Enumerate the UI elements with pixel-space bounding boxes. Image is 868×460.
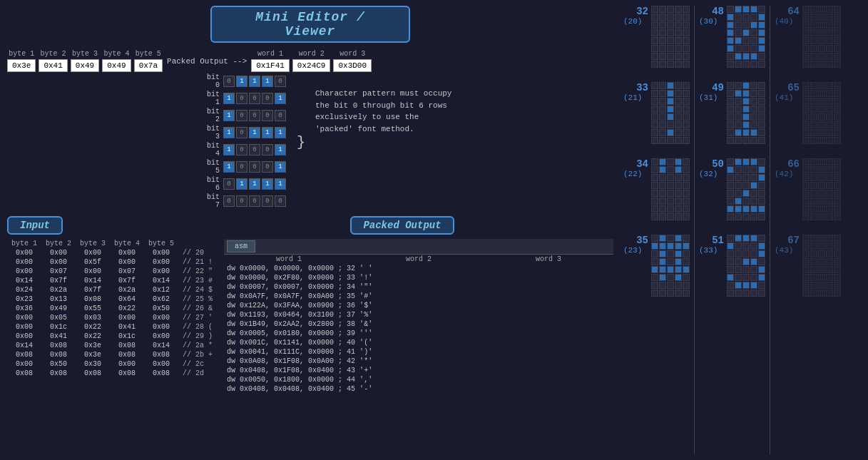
char-pixel xyxy=(834,82,841,89)
char-pixel xyxy=(683,121,690,128)
char-pixel xyxy=(742,282,750,289)
char-pixel xyxy=(727,258,734,265)
char-pixel xyxy=(750,98,757,105)
input-cell-1-0: 0x00 xyxy=(7,257,41,267)
char-pixel xyxy=(651,45,658,52)
char-pixel xyxy=(735,174,742,181)
table-row: 0x240x2a0x7f0x2a0x12// 24 $ xyxy=(7,285,217,295)
char-pixel xyxy=(742,242,750,250)
char-sub: (31) xyxy=(699,93,724,102)
char-pixel xyxy=(727,29,734,36)
bit-row-7: bit 700000 xyxy=(200,193,287,209)
char-pixel xyxy=(683,174,690,181)
char-pixel xyxy=(758,166,765,173)
char-grid-67 xyxy=(802,235,841,297)
bit-label-6: bit 6 xyxy=(200,176,223,192)
input-cell-5-3: 0x64 xyxy=(110,295,144,304)
char-pixel xyxy=(667,235,674,242)
char-pixel xyxy=(810,29,817,36)
bit-cell-6-0: 0 xyxy=(223,178,235,190)
char-pixel xyxy=(758,282,765,289)
word-label-2: word 2 xyxy=(292,50,331,58)
char-pixel xyxy=(834,129,841,136)
char-pixel xyxy=(758,213,765,220)
input-col-4: byte 5 xyxy=(144,239,178,248)
input-table-area: byte 1byte 2byte 3byte 4byte 50x000x000x… xyxy=(7,239,217,394)
char-pixel xyxy=(818,6,825,13)
char-pixel xyxy=(727,121,734,128)
char-pixel xyxy=(810,6,817,13)
bit-cell-0-3: 1 xyxy=(262,76,273,87)
output-row-13: dw 0x0408, 0x0408, 0x0400 ; 45 '-' xyxy=(224,384,613,394)
char-pixel xyxy=(742,106,750,113)
char-pixel xyxy=(651,90,658,97)
char-pixel xyxy=(802,235,810,242)
input-cell-7-3: 0x00 xyxy=(110,313,144,322)
table-row: dw 0x0408, 0x0408, 0x0400 ; 45 '-' xyxy=(224,384,613,394)
input-cell-6-0: 0x36 xyxy=(7,304,41,313)
input-cell-13-2: 0x08 xyxy=(76,369,110,378)
bit-cell-7-4: 0 xyxy=(275,195,286,207)
char-pixel xyxy=(727,158,734,165)
char-pixel xyxy=(802,37,810,44)
input-cell-1-4: 0x00 xyxy=(144,257,178,267)
char-pixel xyxy=(659,158,666,165)
section-labels: Input Packed Output xyxy=(7,216,613,235)
char-pixel xyxy=(735,121,742,128)
char-pixel xyxy=(802,53,810,60)
bit-label-3: bit 3 xyxy=(200,125,223,140)
char-pixel xyxy=(659,198,666,205)
char-pixel xyxy=(750,21,757,29)
char-number: 67 xyxy=(775,235,800,246)
bit-cell-3-4: 1 xyxy=(275,127,286,138)
char-pixel xyxy=(810,258,817,265)
char-pixel xyxy=(818,37,825,44)
char-pixel xyxy=(735,290,742,297)
char-pixel xyxy=(651,166,658,173)
char-pixel xyxy=(758,6,765,13)
char-pixel xyxy=(834,90,841,97)
char-pixel xyxy=(750,113,757,121)
char-pixel xyxy=(651,98,658,105)
char-pixel xyxy=(742,82,750,89)
char-pixel xyxy=(675,198,682,205)
char-pixel xyxy=(651,290,658,297)
char-pixel xyxy=(683,53,690,60)
char-pixel xyxy=(758,90,765,97)
char-pixel xyxy=(659,82,666,89)
char-pixel xyxy=(683,205,690,213)
byte-value-2: 0x41 xyxy=(39,59,67,72)
char-pixel xyxy=(750,82,757,89)
char-pixel xyxy=(675,274,682,281)
char-sub: (30) xyxy=(699,17,724,26)
char-pixel xyxy=(802,213,810,220)
bit-row-5: bit 510001 xyxy=(200,159,287,175)
char-pixel xyxy=(826,106,833,113)
char-pixel xyxy=(742,250,750,257)
table-row: dw 0x0000, 0x2F80, 0x0000 ; 33 '!' xyxy=(224,273,613,282)
char-pixel xyxy=(758,37,765,44)
char-pixel xyxy=(826,6,833,13)
char-pixel xyxy=(675,166,682,173)
char-pixel xyxy=(735,61,742,68)
packed-label: Packed Output xyxy=(350,216,454,235)
char-pixel xyxy=(818,198,825,205)
char-pixel xyxy=(659,266,666,273)
asm-tab[interactable]: asm xyxy=(227,240,255,252)
byte-col-2: byte 2 0x41 xyxy=(39,50,67,72)
char-pixel xyxy=(675,235,682,242)
char-pixel xyxy=(834,258,841,265)
char-pixel xyxy=(675,190,682,197)
tab-bar: asm xyxy=(224,239,613,255)
char-pixel xyxy=(758,158,765,165)
title-box: Mini Editor / Viewer xyxy=(210,6,410,43)
byte-label-3: byte 3 xyxy=(71,50,99,58)
char-pixel xyxy=(667,205,674,213)
char-pixel xyxy=(659,242,666,250)
char-pixel xyxy=(675,82,682,89)
char-pixel xyxy=(683,274,690,281)
input-cell-9-3: 0x1c xyxy=(110,332,144,341)
char-pixel xyxy=(758,182,765,189)
char-grid-66 xyxy=(802,158,841,220)
char-pixel xyxy=(675,121,682,128)
